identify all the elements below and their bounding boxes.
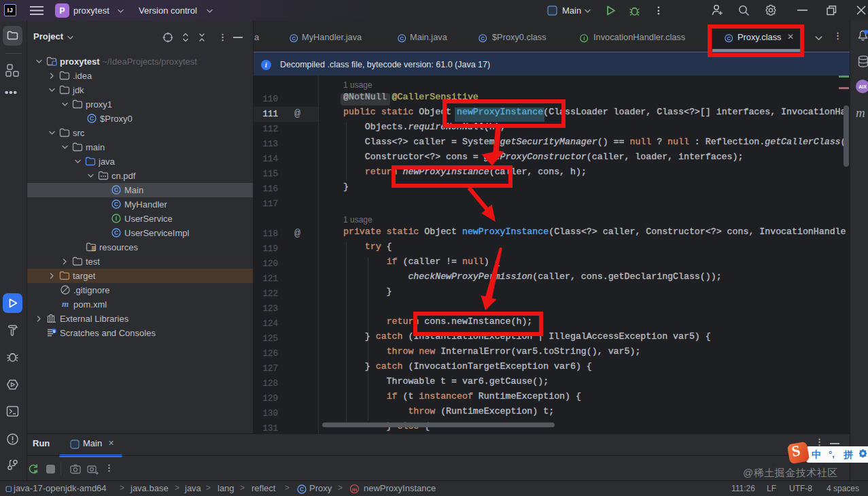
svg-text:9: 9 bbox=[53, 329, 55, 333]
svg-text:m: m bbox=[62, 299, 69, 309]
svg-text:m: m bbox=[352, 486, 357, 493]
